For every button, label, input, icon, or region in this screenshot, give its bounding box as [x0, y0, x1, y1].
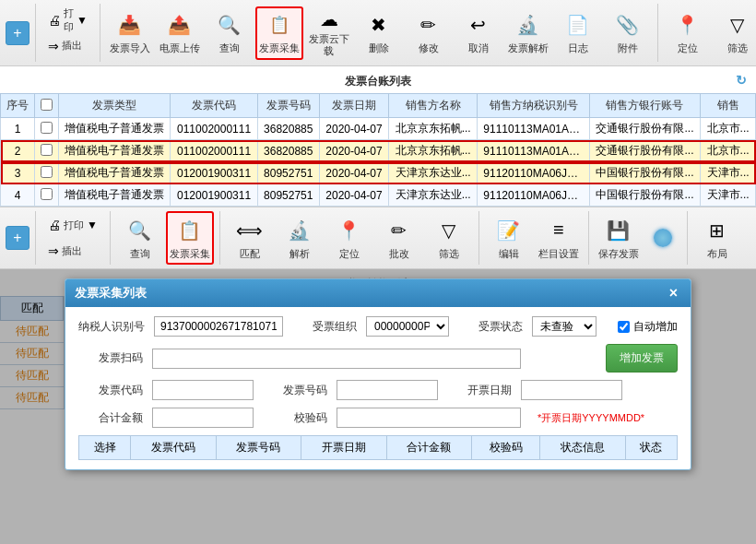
tb2-print-icon: 🖨	[48, 218, 61, 232]
tb2-save-group: 💾 保存发票	[595, 211, 688, 265]
auto-add-container: 自动增加	[606, 319, 678, 335]
tb2-column-icon: ≡	[544, 216, 573, 245]
modal-close-button[interactable]: ×	[666, 285, 681, 302]
modal-table: 选择发票代码发票号码开票日期合计金额校验码状态信息状态	[78, 435, 678, 460]
analyze-icon: 🔬	[514, 10, 543, 40]
tb2-query-label: 查询	[130, 248, 150, 260]
tb2-analyze-button[interactable]: 🔬 解析	[276, 211, 324, 265]
modal-row-3: 发票代码 发票号码 开票日期	[78, 380, 678, 400]
cell-type: 增值税电子普通发票	[59, 184, 171, 207]
tb2-add-button[interactable]: +	[6, 226, 30, 250]
tb2-save-button[interactable]: 💾 保存发票	[595, 211, 643, 265]
cell-num: 4	[1, 184, 35, 207]
download-button[interactable]: ☁ 发票云下载	[305, 6, 353, 60]
date-input[interactable]	[521, 380, 622, 400]
row-check[interactable]	[41, 188, 53, 200]
auto-add-label: 自动增加	[618, 319, 678, 335]
tb2-circle-icon	[644, 215, 681, 261]
cell-taxid: 91120110MA06J3WLX8	[478, 162, 589, 184]
tax-id-input[interactable]	[154, 316, 283, 337]
row-check[interactable]	[41, 144, 53, 156]
cell-seller: 天津京东达业...	[389, 162, 478, 184]
cell-check	[35, 162, 59, 184]
query-button[interactable]: 🔍 查询	[206, 6, 254, 60]
invoice-table: 序号 发票类型 发票代码 发票号码 发票日期 销售方名称 销售方纳税识别号 销售…	[0, 93, 756, 207]
cell-number: 80952751	[257, 184, 319, 207]
print-label: 打印	[64, 6, 74, 34]
tb2-filter-button[interactable]: ▽ 筛选	[425, 211, 473, 265]
collect-button[interactable]: 📋 发票采集	[255, 6, 303, 60]
upload-button[interactable]: 📤 电票上传	[156, 6, 204, 60]
add-button[interactable]: +	[6, 21, 30, 45]
add-invoice-button[interactable]: 增加发票	[606, 344, 678, 373]
filter-label: 筛选	[727, 42, 748, 54]
number-input[interactable]	[337, 380, 438, 400]
tb2-collect-button[interactable]: 📋 发票采集	[166, 211, 214, 265]
invoice-row[interactable]: 4 增值税电子普通发票 012001900311 80952751 2020-0…	[1, 184, 756, 207]
invoice-row[interactable]: 2 增值税电子普通发票 011002000111 36820885 2020-0…	[1, 140, 756, 162]
tb2-match-button[interactable]: ⟺ 匹配	[226, 211, 274, 265]
main-toolbar: + 🖨 打印 ▼ ⇒ 插出 📥 发票导入 📤 电票上传 🔍 查询	[0, 0, 756, 66]
tb2-save-label: 保存发票	[598, 248, 639, 260]
modal-th: 发票代码	[131, 436, 216, 460]
invoice-row[interactable]: 1 增值税电子普通发票 011002000111 36820885 2020-0…	[1, 118, 756, 140]
tb2-layout-button[interactable]: ⊞ 布局	[693, 211, 741, 265]
scan-input[interactable]	[152, 349, 521, 369]
tb2-column-label: 栏目设置	[538, 248, 579, 260]
amount-input[interactable]	[152, 408, 254, 428]
filter-icon: ▽	[723, 10, 752, 40]
tb2-edit-group: 📝 编辑 ≡ 栏目设置	[485, 211, 589, 265]
locate-button[interactable]: 📍 定位	[664, 6, 712, 60]
invoice-table-header: 序号 发票类型 发票代码 发票号码 发票日期 销售方名称 销售方纳税识别号 销售…	[1, 94, 756, 118]
refresh-icon[interactable]: ↻	[736, 73, 747, 88]
attachment-button[interactable]: 📎 附件	[604, 6, 652, 60]
print-button[interactable]: 🖨 打印 ▼	[41, 8, 94, 32]
tb2-match-label: 匹配	[240, 248, 260, 260]
query-icon: 🔍	[215, 10, 244, 40]
status-select[interactable]: 未查验	[532, 316, 597, 337]
modify-label: 修改	[419, 42, 439, 54]
analyze-button[interactable]: 🔬 发票解析	[504, 6, 552, 60]
cell-date: 2020-04-07	[319, 140, 388, 162]
select-all-check[interactable]	[41, 99, 53, 111]
tb2-print-button[interactable]: 🖨 打印 ▼	[41, 213, 104, 237]
modal-th: 合计金额	[386, 436, 471, 460]
locate-icon: 📍	[673, 10, 703, 40]
delete-button[interactable]: ✖ 删除	[355, 6, 403, 60]
org-select[interactable]: 00000000P	[366, 316, 449, 337]
import-button[interactable]: 📥 发票导入	[106, 6, 154, 60]
modal-table-header: 选择发票代码发票号码开票日期合计金额校验码状态信息状态	[79, 436, 678, 460]
modal-overlay: 发票采集列表 × 纳税人识别号 受票组织 00000000P 受票状态	[0, 269, 756, 544]
invoice-section: 发票台账列表 ↻ 序号 发票类型 发票代码 发票号码 发票日期 销售方名称 销售…	[0, 66, 756, 207]
cell-seller: 天津京东达业...	[389, 184, 478, 207]
code-input[interactable]	[152, 380, 254, 400]
cell-seller: 北京京东拓帆...	[389, 140, 478, 162]
tb2-layout-icon: ⊞	[703, 216, 732, 245]
pullout-button[interactable]: ⇒ 插出	[41, 34, 94, 58]
cell-num: 1	[1, 118, 35, 140]
tb2-locate-button[interactable]: 📍 定位	[325, 211, 373, 265]
tb2-print-label: 打印	[64, 219, 84, 232]
tb2-filter-label: 筛选	[439, 248, 459, 260]
tb2-batch-button[interactable]: ✏ 批改	[375, 211, 423, 265]
check-input[interactable]	[337, 408, 521, 428]
cell-bank: 中国银行股份有限...	[589, 162, 700, 184]
cell-extra: 北京市...	[701, 140, 756, 162]
modify-button[interactable]: ✏ 修改	[405, 6, 453, 60]
secondary-toolbar: + 🖨 打印 ▼ ⇒ 插出 🔍 查询 📋 发票采	[0, 207, 756, 269]
row-check[interactable]	[41, 166, 53, 178]
cell-taxid: 91110113MA01ADQN8R	[478, 140, 589, 162]
tb2-column-button[interactable]: ≡ 栏目设置	[535, 211, 583, 265]
log-button[interactable]: 📄 日志	[554, 6, 602, 60]
auto-add-check[interactable]	[618, 321, 630, 333]
filter-button[interactable]: ▽ 筛选	[714, 6, 756, 60]
cell-extra: 天津市...	[701, 162, 756, 184]
row-check[interactable]	[41, 122, 53, 134]
tb2-query-button[interactable]: 🔍 查询	[116, 211, 164, 265]
tb2-pullout-button[interactable]: ⇒ 插出	[41, 239, 104, 263]
tb2-edit-button[interactable]: 📝 编辑	[485, 211, 533, 265]
cancel-icon: ↩	[464, 10, 493, 40]
modal-th: 开票日期	[301, 436, 386, 460]
cancel-button[interactable]: ↩ 取消	[455, 6, 502, 60]
invoice-row[interactable]: 3 增值税电子普通发票 012001900311 80952751 2020-0…	[1, 162, 756, 184]
